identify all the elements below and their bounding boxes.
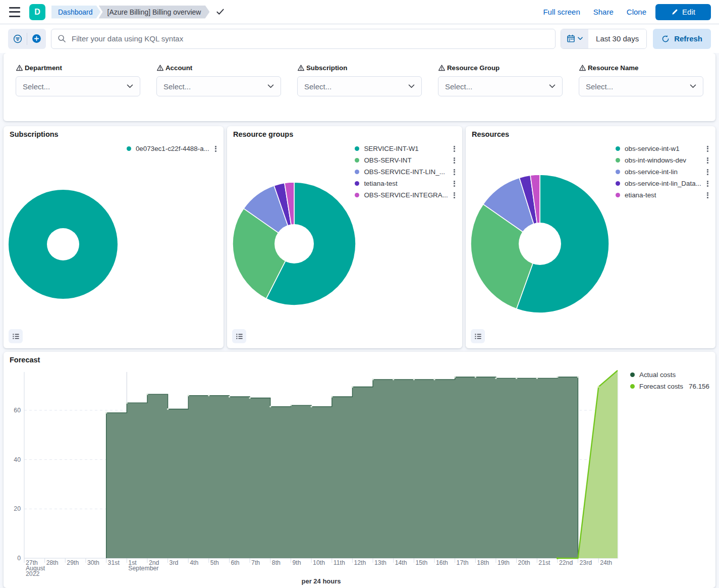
legend-item[interactable]: Actual costs <box>630 371 709 379</box>
legend-toggle-button[interactable] <box>232 329 246 343</box>
legend-item-menu-icon[interactable] <box>453 145 456 152</box>
query-bar: Last 30 days Refresh <box>0 24 719 53</box>
legend-item-menu-icon[interactable] <box>453 157 456 164</box>
legend-item-menu-icon[interactable] <box>214 145 217 152</box>
svg-text:29th: 29th <box>67 559 79 566</box>
resource-group-select[interactable]: Select... <box>438 76 563 96</box>
legend-color-dot <box>630 384 635 389</box>
legend-item-menu-icon[interactable] <box>453 180 456 187</box>
svg-text:60: 60 <box>14 407 21 414</box>
full-screen-link[interactable]: Full screen <box>543 8 580 16</box>
subscriptions-panel: Subscriptions 0e073ec1-c22f-4488-a... <box>4 126 224 348</box>
legend-toggle-button[interactable] <box>9 329 23 343</box>
filter-controls-panel: Department Select... Account Select... S… <box>4 53 715 121</box>
calendar-button[interactable] <box>561 29 588 48</box>
breadcrumb-current-dashboard[interactable]: [Azure Billing] Billing overview <box>99 6 210 19</box>
legend-item-menu-icon[interactable] <box>706 169 709 176</box>
subscriptions-donut-chart[interactable] <box>4 126 224 348</box>
legend-item-value: 76.156 <box>689 383 709 390</box>
legend-item-label[interactable]: obs-service-int-lin_Data... <box>625 180 701 187</box>
kql-search-input[interactable] <box>71 34 549 43</box>
legend-item-menu-icon[interactable] <box>453 192 456 199</box>
filter-label-text: Resource Group <box>447 64 500 72</box>
forecast-legend: Actual costsForecast costs76.156 <box>630 371 709 394</box>
forecast-panel: Forecast 020406027thAugust202228th29th30… <box>4 352 715 588</box>
svg-text:23rd: 23rd <box>580 559 592 566</box>
legend-color-dot <box>355 146 359 151</box>
legend-item-label[interactable]: obs-service-int-w1 <box>625 145 680 152</box>
resource-name-select[interactable]: Select... <box>579 76 703 96</box>
panel-title: Forecast <box>10 356 40 364</box>
legend-toggle-button[interactable] <box>471 329 485 343</box>
account-select[interactable]: Select... <box>156 76 281 96</box>
chevron-down-icon <box>267 84 274 88</box>
select-placeholder: Select... <box>445 82 472 91</box>
filter-button-group <box>8 29 46 49</box>
legend-item-menu-icon[interactable] <box>706 192 709 199</box>
legend-item-label[interactable]: obs-service-int-lin <box>625 168 678 176</box>
legend-color-dot <box>355 170 359 174</box>
legend-item-menu-icon[interactable] <box>706 180 709 187</box>
svg-text:24th: 24th <box>600 559 612 566</box>
department-select[interactable]: Select... <box>16 76 140 96</box>
svg-text:22nd: 22nd <box>559 559 573 566</box>
search-icon <box>58 34 66 43</box>
filter-control-subscription: Subscription Select... <box>297 64 422 121</box>
menu-icon[interactable] <box>8 7 21 17</box>
resources-legend: obs-service-int-w1obs-int-windows-devobs… <box>616 145 709 199</box>
refresh-button[interactable]: Refresh <box>653 29 711 49</box>
svg-text:13th: 13th <box>374 559 386 566</box>
calendar-icon <box>567 34 575 43</box>
breadcrumb: Dashboard [Azure Billing] Billing overvi… <box>51 6 225 19</box>
x-axis-title: per 24 hours <box>24 577 618 585</box>
legend-item-label[interactable]: tetiana-test <box>364 180 397 187</box>
date-picker: Last 30 days <box>561 29 647 49</box>
edit-button[interactable]: Edit <box>655 4 711 20</box>
legend-item-label[interactable]: 0e073ec1-c22f-4488-a... <box>136 145 209 152</box>
top-navigation-bar: D Dashboard [Azure Billing] Billing over… <box>0 0 719 24</box>
svg-text:2022: 2022 <box>26 570 40 577</box>
chevron-down-icon <box>127 84 133 88</box>
refresh-button-label: Refresh <box>674 34 702 43</box>
legend-color-dot <box>630 372 635 377</box>
legend-item-label[interactable]: OBS-SERVICE-INTEGRA... <box>364 191 448 199</box>
chevron-down-icon <box>690 84 696 88</box>
list-icon <box>474 333 482 340</box>
list-icon <box>12 333 20 340</box>
legend-item-label[interactable]: SERVICE-INT-W1 <box>364 145 418 152</box>
svg-text:18th: 18th <box>477 559 489 566</box>
warning-icon <box>156 64 164 72</box>
legend-item-label[interactable]: etiana-test <box>625 191 656 199</box>
warning-icon <box>297 64 305 72</box>
checkmark-icon[interactable] <box>216 8 225 16</box>
svg-text:30th: 30th <box>87 559 99 566</box>
deployment-logo[interactable]: D <box>29 4 45 20</box>
filter-control-resource-name: Resource Name Select... <box>579 64 703 121</box>
clone-link[interactable]: Clone <box>627 8 646 16</box>
svg-text:0: 0 <box>17 555 21 562</box>
legend-item[interactable]: Forecast costs76.156 <box>630 383 709 390</box>
legend-color-dot <box>616 193 620 197</box>
saved-query-menu-button[interactable] <box>8 29 27 49</box>
subscription-select[interactable]: Select... <box>297 76 422 96</box>
legend-color-dot <box>355 181 359 186</box>
legend-item-label[interactable]: OBS-SERVICE-INT-LIN_... <box>364 168 445 176</box>
legend-item-menu-icon[interactable] <box>706 145 709 152</box>
panel-title: Resources <box>472 130 509 138</box>
add-filter-button[interactable] <box>27 29 46 49</box>
legend-item-label[interactable]: obs-int-windows-dev <box>625 156 686 164</box>
breadcrumb-dashboard[interactable]: Dashboard <box>51 6 101 19</box>
filter-label: Resource Group <box>438 64 563 72</box>
legend-item-label[interactable]: OBS-SERV-INT <box>364 156 411 164</box>
svg-text:20: 20 <box>14 505 21 512</box>
svg-text:4th: 4th <box>190 559 198 566</box>
time-range-button[interactable]: Last 30 days <box>588 29 646 48</box>
legend-item-menu-icon[interactable] <box>453 169 456 176</box>
forecast-area-chart[interactable]: 020406027thAugust202228th29th30th31st1st… <box>4 352 715 588</box>
legend-item-menu-icon[interactable] <box>706 157 709 164</box>
share-link[interactable]: Share <box>593 8 614 16</box>
pencil-icon <box>671 9 678 16</box>
panel-title: Resource groups <box>233 130 293 138</box>
legend-color-dot <box>127 146 131 151</box>
kql-search-box <box>51 29 556 49</box>
